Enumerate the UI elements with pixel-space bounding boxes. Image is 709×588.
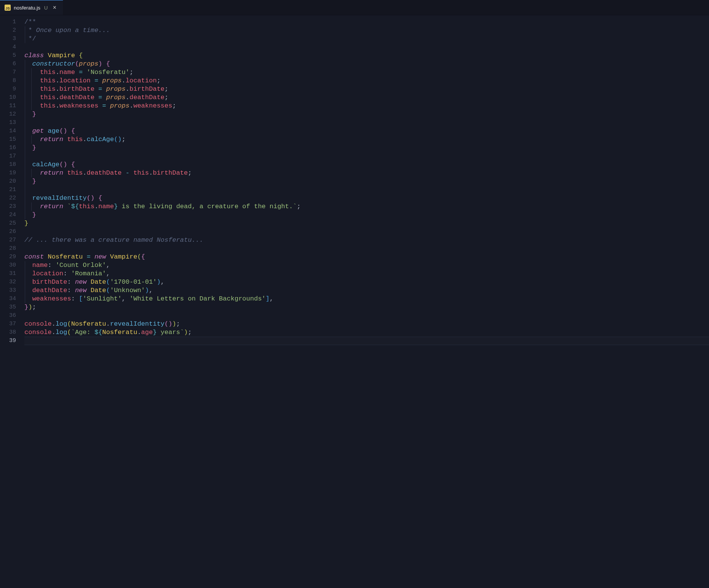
line-number: 28 <box>0 244 16 253</box>
line-number: 8 <box>0 77 16 85</box>
string: '1700-01-01' <box>110 278 156 286</box>
keyword: const <box>24 253 44 260</box>
code-line[interactable]: return this.deathDate - this.birthDate; <box>24 169 709 177</box>
code-line[interactable] <box>24 312 709 320</box>
method-call: revealIdentity <box>110 320 164 328</box>
code-line[interactable]: /** <box>24 18 709 26</box>
line-number: 13 <box>0 119 16 127</box>
line-number: 33 <box>0 286 16 295</box>
class-name: Vampire <box>48 52 75 59</box>
code-line[interactable]: birthDate: new Date('1700-01-01'), <box>24 278 709 286</box>
code-line[interactable]: name: 'Count Orlok', <box>24 261 709 270</box>
line-number: 32 <box>0 278 16 286</box>
code-area[interactable]: /** * Once upon a time... */ class Vampi… <box>24 18 709 588</box>
code-line[interactable]: return this.calcAge(); <box>24 135 709 144</box>
keyword: return <box>40 169 63 177</box>
line-number: 29 <box>0 253 16 261</box>
line-number: 4 <box>0 43 16 51</box>
string: 'Sunlight' <box>83 295 122 302</box>
code-line[interactable]: }); <box>24 303 709 312</box>
param: props <box>106 94 125 101</box>
close-icon[interactable]: × <box>51 5 58 11</box>
code-line[interactable]: } <box>24 211 709 219</box>
code-line[interactable]: return `${this.name} is the living dead,… <box>24 202 709 211</box>
line-number: 16 <box>0 144 16 152</box>
method-name: constructor <box>32 60 75 67</box>
code-line[interactable]: deathDate: new Date('Unknown'), <box>24 286 709 295</box>
prop: age <box>141 329 153 336</box>
code-line[interactable] <box>24 337 709 345</box>
code-line[interactable]: } <box>24 177 709 186</box>
tab-filename: nosferatu.js <box>14 5 40 11</box>
app-root: JS nosferatu.js U × 12345678910111213141… <box>0 0 709 588</box>
code-line[interactable]: this.birthDate = props.birthDate; <box>24 85 709 93</box>
code-line[interactable]: console.log(`Age: ${Nosferatu.age} years… <box>24 328 709 337</box>
keyword: class <box>24 52 44 59</box>
code-line[interactable]: console.log(Nosferatu.revealIdentity()); <box>24 320 709 328</box>
code-line[interactable] <box>24 152 709 161</box>
comment: */ <box>24 35 36 42</box>
code-line[interactable]: * Once upon a time... <box>24 26 709 35</box>
code-line[interactable]: const Nosferatu = new Vampire({ <box>24 253 709 261</box>
code-line[interactable]: } <box>24 144 709 152</box>
obj-key: name <box>32 262 48 269</box>
ident: Nosferatu <box>102 329 137 336</box>
method-call: log <box>56 320 68 328</box>
this: this <box>67 169 83 177</box>
comment: /** <box>24 18 36 26</box>
line-number: 25 <box>0 219 16 228</box>
string: 'Romania' <box>71 270 106 277</box>
line-number: 18 <box>0 161 16 169</box>
ident: console <box>24 320 51 328</box>
code-line[interactable]: } <box>24 110 709 119</box>
obj-key: weaknesses <box>32 295 71 302</box>
line-number: 31 <box>0 270 16 278</box>
line-number: 2 <box>0 26 16 35</box>
param: props <box>79 60 98 67</box>
code-line[interactable]: this.deathDate = props.deathDate; <box>24 93 709 102</box>
code-line[interactable] <box>24 228 709 236</box>
this: this <box>79 203 95 210</box>
code-line[interactable]: get age() { <box>24 127 709 135</box>
prop: birthDate <box>153 169 188 177</box>
code-line[interactable] <box>24 119 709 127</box>
line-number: 38 <box>0 328 16 337</box>
code-line[interactable]: revealIdentity() { <box>24 194 709 202</box>
line-number: 3 <box>0 35 16 43</box>
code-line[interactable] <box>24 43 709 51</box>
prop: deathDate <box>59 94 95 101</box>
this: this <box>133 169 149 177</box>
code-line[interactable]: weaknesses: ['Sunlight', 'White Letters … <box>24 295 709 303</box>
line-number: 7 <box>0 68 16 77</box>
code-line[interactable]: } <box>24 219 709 228</box>
comment: * <box>24 27 36 34</box>
code-line[interactable]: // ... there was a creature named Nosfer… <box>24 236 709 244</box>
code-line[interactable]: this.location = props.location; <box>24 77 709 85</box>
this: this <box>40 94 56 101</box>
templ-close: } <box>114 203 118 210</box>
code-line[interactable]: */ <box>24 35 709 43</box>
line-number: 35 <box>0 303 16 312</box>
editor[interactable]: 1234567891011121314151617181920212223242… <box>0 15 709 588</box>
code-line[interactable] <box>24 186 709 194</box>
keyword: return <box>40 203 63 210</box>
line-number: 22 <box>0 194 16 202</box>
line-number: 5 <box>0 51 16 60</box>
line-number: 21 <box>0 186 16 194</box>
code-line[interactable]: class Vampire { <box>24 51 709 60</box>
tab-nosferatu[interactable]: JS nosferatu.js U × <box>0 0 63 15</box>
line-number-gutter: 1234567891011121314151617181920212223242… <box>0 18 24 588</box>
class-name: Date <box>90 278 106 286</box>
code-line[interactable]: this.name = 'Nosferatu'; <box>24 68 709 77</box>
line-number: 9 <box>0 85 16 93</box>
code-line[interactable]: calcAge() { <box>24 161 709 169</box>
line-number: 12 <box>0 110 16 119</box>
code-line[interactable] <box>24 244 709 253</box>
code-line[interactable]: constructor(props) { <box>24 60 709 68</box>
code-line[interactable]: location: 'Romania', <box>24 270 709 278</box>
line-number: 19 <box>0 169 16 177</box>
line-number: 6 <box>0 60 16 68</box>
line-number: 11 <box>0 102 16 110</box>
code-line[interactable]: this.weaknesses = props.weaknesses; <box>24 102 709 110</box>
line-number: 10 <box>0 93 16 102</box>
